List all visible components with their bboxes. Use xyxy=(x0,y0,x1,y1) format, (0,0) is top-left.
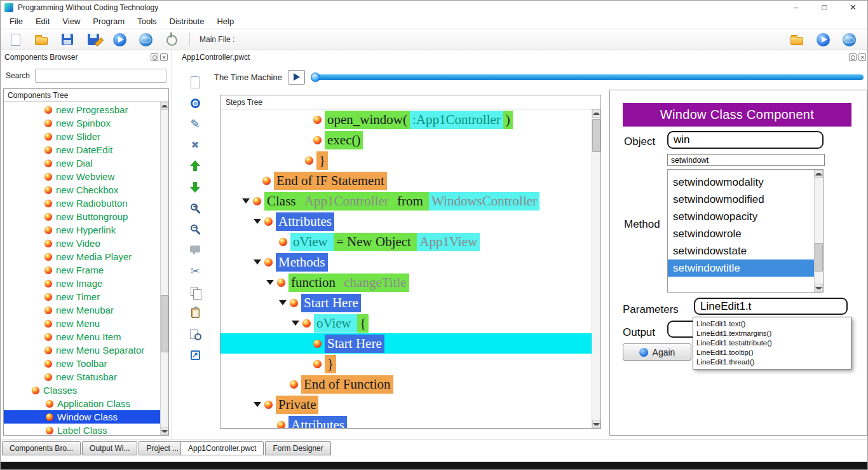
components-tree-scrollbar[interactable] xyxy=(160,102,168,435)
scroll-up-icon[interactable] xyxy=(592,109,600,118)
paste-icon[interactable] xyxy=(187,305,203,321)
menu-tools[interactable]: Tools xyxy=(131,15,163,29)
scroll-down-icon[interactable] xyxy=(161,427,168,435)
tree-item[interactable]: new Timer xyxy=(4,290,160,303)
step-row[interactable]: exec() xyxy=(224,130,592,150)
tree-item[interactable]: Classes xyxy=(4,384,160,397)
panel-tab[interactable]: Components Bro... xyxy=(2,441,81,455)
step-row[interactable]: End of IF Statement xyxy=(224,170,592,191)
scrollbar-thumb[interactable] xyxy=(161,295,168,352)
tree-item[interactable]: new Progressbar xyxy=(4,103,160,116)
search-steps-icon[interactable] xyxy=(187,326,203,342)
maximize-button[interactable]: □ xyxy=(810,1,839,15)
step-row[interactable]: Methods xyxy=(224,252,592,272)
method-option[interactable]: setwindowmodality xyxy=(668,174,814,191)
panel-tab[interactable]: Project ... xyxy=(139,441,186,455)
move-down-icon[interactable] xyxy=(187,179,203,195)
tree-item[interactable]: new Media Player xyxy=(4,250,160,263)
expand-arrow-icon[interactable] xyxy=(254,219,261,224)
method-option[interactable]: setwindowrole xyxy=(668,225,814,242)
power-icon[interactable] xyxy=(163,31,180,48)
tree-item[interactable]: new Checkbox xyxy=(4,183,160,197)
step-row[interactable]: Start Here xyxy=(220,333,592,354)
zoom-out-icon[interactable] xyxy=(187,221,203,237)
suggestion-item[interactable]: LineEdit1.thread() xyxy=(693,357,851,367)
step-row[interactable]: Attributes xyxy=(224,415,592,428)
new-step-icon[interactable] xyxy=(187,74,203,90)
scrollbar-thumb[interactable] xyxy=(592,119,600,152)
open-folder-icon[interactable] xyxy=(789,31,805,48)
method-option[interactable]: setwindowtitle xyxy=(668,259,814,277)
again-button[interactable]: Again xyxy=(623,343,691,361)
expand-arrow-icon[interactable] xyxy=(292,321,299,326)
tree-item[interactable]: new Menu Item xyxy=(4,330,160,343)
zoom-in-icon[interactable] xyxy=(187,200,203,216)
step-row[interactable]: } xyxy=(224,150,592,170)
step-row[interactable]: Start Here xyxy=(224,293,592,313)
float-panel-icon[interactable] xyxy=(151,53,158,61)
tree-item[interactable]: Label Class xyxy=(4,424,160,435)
tree-item[interactable]: new Menubar xyxy=(4,303,160,317)
close-panel-icon[interactable] xyxy=(160,53,168,61)
tree-item[interactable]: new Slider xyxy=(4,130,160,143)
tree-item[interactable]: new Hyperlink xyxy=(4,223,160,237)
save-icon[interactable] xyxy=(59,31,76,48)
comment-icon[interactable] xyxy=(187,242,203,258)
tree-item[interactable]: Application Class xyxy=(4,397,160,410)
scroll-down-icon[interactable] xyxy=(815,284,823,292)
suggestion-item[interactable]: LineEdit1.tooltip() xyxy=(693,348,851,357)
tree-item[interactable]: new Statusbar xyxy=(4,370,160,384)
run-icon[interactable] xyxy=(111,31,128,48)
tree-item[interactable]: new Radiobutton xyxy=(4,197,160,210)
document-tab[interactable]: App1Controller.pwct xyxy=(180,441,264,455)
step-row[interactable]: } xyxy=(224,354,592,374)
method-option[interactable]: setwindowmodified xyxy=(668,191,814,208)
expand-arrow-icon[interactable] xyxy=(266,280,274,285)
tree-item[interactable]: new Buttongroup xyxy=(4,210,160,223)
close-panel-icon[interactable] xyxy=(858,53,866,61)
step-row[interactable]: Attributes xyxy=(224,211,592,232)
close-button[interactable]: ✕ xyxy=(839,1,867,15)
scrollbar-thumb[interactable] xyxy=(815,243,823,272)
document-tab[interactable]: Form Designer xyxy=(265,441,330,455)
menu-program[interactable]: Program xyxy=(86,15,131,29)
object-input[interactable] xyxy=(667,131,824,149)
copy-icon[interactable] xyxy=(187,284,203,300)
open-folder-icon[interactable] xyxy=(33,31,50,48)
expand-arrow-icon[interactable] xyxy=(254,259,261,265)
step-row[interactable]: oView { xyxy=(224,313,592,333)
tree-item[interactable]: new Menu xyxy=(4,317,160,330)
expand-arrow-icon[interactable] xyxy=(254,402,261,407)
panel-tab[interactable]: Output Wi... xyxy=(82,441,137,455)
step-row[interactable]: oView = New Object App1View xyxy=(224,232,592,252)
tree-item[interactable]: new DateEdit xyxy=(4,143,160,156)
method-list-scrollbar[interactable] xyxy=(814,170,823,292)
delete-step-icon[interactable] xyxy=(187,137,203,153)
expand-arrow-icon[interactable] xyxy=(279,300,287,305)
menu-distribute[interactable]: Distribute xyxy=(163,15,211,29)
tree-item[interactable]: new Frame xyxy=(4,263,160,277)
time-machine-play-button[interactable] xyxy=(288,70,305,85)
step-row[interactable]: Private xyxy=(224,394,592,415)
goto-icon[interactable] xyxy=(187,95,203,111)
internet-icon[interactable] xyxy=(137,31,154,48)
step-row[interactable]: function changeTitle xyxy=(224,272,592,293)
step-row[interactable]: open_window(:App1Controller) xyxy=(224,109,592,130)
tree-item[interactable]: new Image xyxy=(4,277,160,290)
move-up-icon[interactable] xyxy=(187,158,203,174)
tree-item[interactable]: Window Class xyxy=(4,410,160,424)
tree-item[interactable]: new Webview xyxy=(4,170,160,183)
method-option[interactable]: setwindowstate xyxy=(668,242,814,259)
slider-handle[interactable] xyxy=(311,73,320,82)
suggestion-item[interactable]: LineEdit1.text() xyxy=(693,319,851,329)
method-option[interactable]: setwindowopacity xyxy=(668,208,814,225)
suggestion-item[interactable]: LineEdit1.testattribute() xyxy=(693,338,851,348)
external-window-icon[interactable] xyxy=(187,347,203,363)
menu-help[interactable]: Help xyxy=(210,15,240,29)
parameters-input[interactable] xyxy=(694,298,848,315)
scroll-up-icon[interactable] xyxy=(815,170,823,178)
step-row[interactable]: End of Function xyxy=(224,374,592,394)
menu-edit[interactable]: Edit xyxy=(29,15,56,29)
time-machine-slider[interactable] xyxy=(311,74,864,80)
cut-icon[interactable] xyxy=(187,263,203,279)
